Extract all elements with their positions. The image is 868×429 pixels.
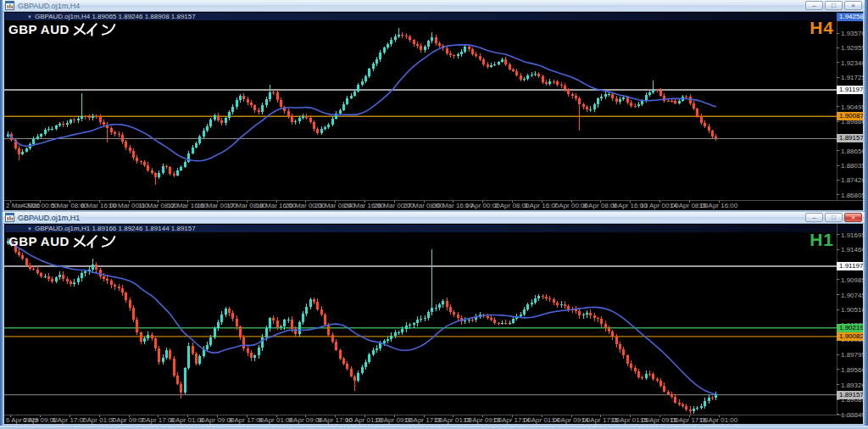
price-line-label-box: 1.91197 — [837, 86, 863, 94]
price-line-label-box: 1.90087 — [837, 112, 863, 120]
mt4-workspace: GBPAUD.oj1m,H4 – □ × ▼GBPAUD.oj1m,H4 1.8… — [0, 0, 868, 429]
price-tick-label: 1.89560 — [841, 365, 863, 373]
window-controls: – □ × — [805, 1, 862, 10]
price-tick-label: 1.90510 — [841, 306, 863, 314]
time-tick-label: 15 Apr 16:00 — [699, 202, 737, 209]
price-axis[interactable]: 1.941851.935701.929551.923401.917251.911… — [837, 12, 863, 200]
candlesticks — [7, 28, 717, 185]
maximize-icon: □ — [826, 3, 842, 9]
price-tick-label: 1.91460 — [841, 246, 863, 254]
katakana-main-text — [73, 234, 117, 248]
price-tick-label: 1.90495 — [841, 103, 863, 110]
alert-price-box: 1.94258 — [837, 13, 863, 21]
close-button[interactable]: × — [844, 213, 862, 222]
chart-watermark-title: GBP AUD — [8, 21, 117, 36]
window-titlebar[interactable]: GBPAUD.oj1m,H4 – □ × — [3, 0, 865, 12]
price-tick-label: 1.86805 — [841, 191, 863, 198]
price-tick-label: 1.89320 — [841, 381, 863, 388]
minimize-icon: – — [806, 3, 822, 9]
ohlc-text: GBPAUD.oj1m,H1 1.89166 1.89246 1.89144 1… — [35, 225, 196, 232]
price-tick-label: 1.88650 — [841, 147, 863, 154]
time-axis[interactable]: 6 Apr 20256 Apr 09:006 Apr 17:007 Apr 01… — [4, 415, 863, 424]
price-line-label-box: 1.91197 — [837, 262, 863, 270]
ohlc-info-bar: ▼GBPAUD.oj1m,H4 1.89065 1.89246 1.88908 … — [5, 13, 862, 20]
time-tick-label: 16 Apr 01:00 — [699, 416, 737, 424]
price-axis-tick — [837, 249, 839, 250]
price-tick-label: 1.89795 — [841, 351, 863, 359]
price-tick-label: 1.90985 — [841, 276, 863, 283]
price-axis-tick — [837, 294, 839, 295]
chart-area-h1[interactable]: ▼GBPAUD.oj1m,H1 1.89166 1.89246 1.89144 … — [4, 224, 863, 424]
time-axis[interactable]: 2 Mar 20254 Mar 00:005 Mar 08:006 Mar 16… — [4, 200, 863, 210]
moving-average-line — [8, 45, 716, 161]
minimize-icon: – — [806, 214, 822, 221]
minimize-button[interactable]: – — [805, 1, 823, 10]
window-frame-bottom — [0, 426, 868, 429]
maximize-button[interactable]: □ — [825, 213, 843, 222]
candlestick-plot[interactable] — [4, 12, 837, 200]
candlestick-plot[interactable] — [4, 224, 837, 415]
chart-window-icon — [5, 210, 14, 226]
price-tick-label: 1.91695 — [841, 231, 863, 238]
price-axis-tick — [837, 369, 839, 370]
dropdown-arrow-icon[interactable]: ▼ — [27, 226, 32, 231]
maximize-button[interactable]: □ — [825, 1, 843, 10]
price-axis-tick — [837, 106, 839, 107]
price-axis-tick — [837, 194, 839, 195]
chart-window-h4: GBPAUD.oj1m,H4 – □ × ▼GBPAUD.oj1m,H4 1.8… — [3, 0, 865, 212]
price-line-label-box: 1.90082 — [837, 332, 863, 341]
price-tick-label: 1.87420 — [841, 176, 863, 184]
price-axis-tick — [837, 384, 839, 385]
minimize-button[interactable]: – — [805, 213, 823, 222]
ohlc-text: GBPAUD.oj1m,H4 1.89065 1.89246 1.88908 1… — [35, 13, 196, 20]
current-price-box: 1.89157 — [837, 134, 863, 142]
price-tick-label: 1.93570 — [841, 30, 863, 37]
current-price-box: 1.89157 — [837, 391, 863, 399]
price-tick-label: 1.92955 — [841, 44, 863, 52]
price-axis-tick — [837, 180, 839, 181]
price-axis-tick — [837, 62, 839, 63]
timeframe-label: H4 — [810, 18, 834, 38]
price-line-label-box: 1.90219 — [837, 324, 863, 332]
window-controls: – □ × — [805, 213, 862, 222]
price-axis-tick — [837, 279, 839, 280]
price-axis-tick — [837, 33, 839, 34]
window-title: GBPAUD.oj1m,H4 — [18, 2, 805, 10]
window-title: GBPAUD.oj1m,H1 — [18, 214, 805, 222]
price-axis-tick — [837, 77, 839, 78]
price-tick-label: 1.92340 — [841, 58, 863, 66]
price-axis-tick — [837, 47, 839, 48]
katakana-main-text — [73, 22, 117, 36]
price-tick-label: 1.90745 — [841, 291, 863, 298]
price-tick-label: 1.88035 — [841, 162, 863, 170]
price-tick-label: 1.91725 — [841, 74, 863, 81]
chart-watermark-title: GBP AUD — [8, 233, 117, 248]
timeframe-label: H1 — [810, 230, 834, 250]
price-axis-tick — [837, 309, 839, 310]
window-titlebar[interactable]: GBPAUD.oj1m,H1 – □ × — [3, 212, 865, 224]
price-axis-tick — [837, 165, 839, 166]
maximize-icon: □ — [826, 214, 842, 221]
dropdown-arrow-icon[interactable]: ▼ — [27, 14, 32, 20]
price-axis-tick — [837, 150, 839, 151]
ohlc-info-bar: ▼GBPAUD.oj1m,H1 1.89166 1.89246 1.89144 … — [5, 225, 862, 232]
close-icon: × — [845, 3, 861, 9]
price-axis-tick — [837, 354, 839, 355]
candlesticks — [7, 238, 717, 415]
close-icon: × — [845, 214, 861, 221]
chart-window-h1: GBPAUD.oj1m,H1 – □ × ▼GBPAUD.oj1m,H1 1.8… — [3, 212, 865, 426]
close-button[interactable]: × — [844, 1, 862, 10]
price-axis-tick — [837, 234, 839, 235]
price-axis[interactable]: 1.916951.914601.912251.909851.907451.905… — [837, 224, 863, 415]
chart-area-h4[interactable]: ▼GBPAUD.oj1m,H4 1.89065 1.89246 1.88908 … — [4, 12, 863, 210]
price-axis-tick — [837, 121, 839, 122]
